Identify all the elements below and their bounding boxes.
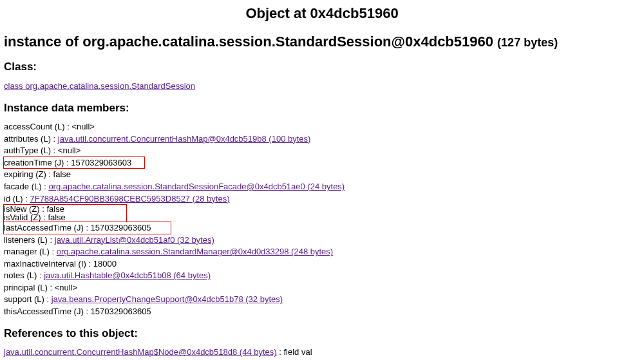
highlight-creationTime: creationTime (J) : 1570329063603 (4, 157, 144, 169)
member-id: id (L) : 7F788A854CF90BB3698CEBC5953D852… (4, 193, 640, 205)
member-maxInactiveInterval: maxInactiveInterval (I) : 18000 (4, 258, 640, 270)
member-link[interactable]: org.apache.catalina.session.StandardSess… (48, 182, 345, 191)
member-label: attributes (L) : (4, 134, 58, 144)
member-value: 1570329063605 (91, 307, 151, 316)
member-listeners: listeners (L) : java.util.ArrayList@0x4d… (4, 234, 640, 246)
member-link[interactable]: org.apache.catalina.session.StandardMana… (57, 247, 333, 256)
member-label: id (L) : (4, 194, 30, 204)
section-members: Instance data members: (4, 101, 640, 116)
member-value: false (53, 169, 71, 179)
member-link[interactable]: java.util.Hashtable@0x4dcb51b08 (64 byte… (44, 270, 211, 280)
member-label: manager (L) : (4, 247, 57, 256)
member-label: support (L) : (4, 294, 52, 304)
member-expiring: expiring (Z) : false (4, 169, 640, 181)
member-lastAccessedTime: lastAccessedTime (J) : 1570329063605 (4, 222, 640, 234)
member-authType: authType (L) : <null> (4, 145, 640, 157)
member-label: accessCount (L) : (4, 122, 72, 131)
member-label: thisAccessedTime (J) : (4, 307, 91, 316)
member-support: support (L) : java.beans.PropertyChangeS… (4, 294, 640, 306)
member-manager: manager (L) : org.apache.catalina.sessio… (4, 246, 640, 258)
member-isNew-isValid: isNew (Z) : false isValid (Z) : false (4, 205, 640, 222)
member-thisAccessedTime: thisAccessedTime (J) : 1570329063605 (4, 305, 640, 317)
member-link[interactable]: java.util.ArrayList@0x4dcb51af0 (32 byte… (55, 235, 214, 245)
member-link[interactable]: java.util.concurrent.ConcurrentHashMap@0… (58, 134, 311, 144)
member-label: notes (L) : (4, 270, 44, 280)
member-notes: notes (L) : java.util.Hashtable@0x4dcb51… (4, 270, 640, 282)
member-value: <null> (55, 283, 77, 292)
member-link[interactable]: 7F788A854CF90BB3698CEBC5953D8527 (28 byt… (30, 194, 229, 204)
ref-row: java.util.concurrent.ConcurrentHashMap$N… (4, 346, 640, 359)
ref-link[interactable]: java.util.concurrent.ConcurrentHashMap$N… (4, 347, 277, 357)
member-label: expiring (Z) : (4, 169, 53, 179)
member-label: maxInactiveInterval (I) : (4, 259, 93, 269)
instance-header: instance of org.apache.catalina.session.… (4, 32, 640, 52)
class-link[interactable]: class org.apache.catalina.session.Standa… (4, 81, 195, 91)
page-title: Object at 0x4dcb51960 (4, 4, 640, 23)
member-label: authType (L) : (4, 146, 58, 155)
member-creationTime: creationTime (J) : 1570329063603 (4, 156, 640, 169)
instance-bytes: (127 bytes) (497, 36, 558, 49)
member-principal: principal (L) : <null> (4, 281, 640, 294)
section-class: Class: (4, 60, 640, 75)
member-accessCount: accessCount (L) : <null> (4, 121, 640, 133)
instance-members: accessCount (L) : <null> attributes (L) … (4, 121, 640, 317)
member-label: facade (L) : (4, 182, 48, 191)
member-value: <null> (72, 122, 95, 131)
highlight-lastAccessedTime: lastAccessedTime (J) : 1570329063605 (4, 222, 171, 234)
highlight-isnew-isvalid: isNew (Z) : false isValid (Z) : false (4, 205, 126, 222)
instance-class: org.apache.catalina.session.StandardSess… (82, 33, 493, 50)
instance-prefix: instance of (4, 33, 82, 50)
section-refs: References to this object: (4, 327, 640, 341)
member-value: <null> (58, 146, 80, 155)
ref-suffix: : field val (277, 347, 312, 357)
member-isValid-text: isValid (Z) : false (4, 213, 126, 222)
member-label: listeners (L) : (4, 235, 55, 245)
references-list: java.util.concurrent.ConcurrentHashMap$N… (4, 346, 640, 360)
member-facade: facade (L) : org.apache.catalina.session… (4, 181, 640, 193)
member-link[interactable]: java.beans.PropertyChangeSupport@0x4dcb5… (52, 294, 283, 304)
member-value: 18000 (93, 259, 117, 269)
member-label: principal (L) : (4, 283, 55, 292)
member-attributes: attributes (L) : java.util.concurrent.Co… (4, 133, 640, 145)
